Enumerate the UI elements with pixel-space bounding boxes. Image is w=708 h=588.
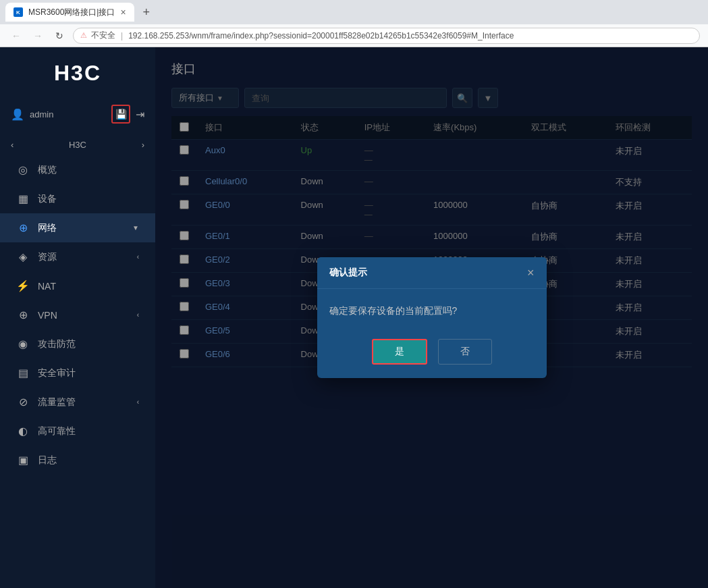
sidebar-nav: ◎ 概览 ▦ 设备 ⊕ 网络 ▼ ◈ 资源 ‹ ⚡ NAT ⊕ VPN ‹ ◉ …: [0, 155, 155, 588]
confirm-dialog: 确认提示 × 确定要保存设备的当前配置吗? 是 否: [317, 257, 547, 378]
nav-label-device: 设备: [38, 193, 139, 205]
nav-icon-network: ⊕: [16, 221, 30, 234]
tab-bar: K MSR3600网络接口|接口 × +: [0, 0, 708, 24]
nav-icon-ha: ◐: [16, 425, 30, 437]
dialog-yes-button[interactable]: 是: [372, 339, 427, 365]
logo-text: H3C: [54, 61, 101, 86]
navigation-bar: ← → ↻ ⚠ 不安全 | 192.168.255.253/wnm/frame/…: [0, 24, 708, 47]
collapse-right-button[interactable]: ›: [142, 140, 144, 150]
sidebar-logo: H3C: [0, 47, 155, 99]
sidebar-item-network[interactable]: ⊕ 网络 ▼: [0, 213, 155, 242]
save-config-button[interactable]: 💾: [111, 105, 130, 124]
nav-label-resource: 资源: [38, 251, 129, 263]
user-avatar-icon: 👤: [11, 108, 24, 121]
reload-button[interactable]: ↻: [51, 28, 67, 44]
dialog-header: 确认提示 ×: [317, 257, 547, 289]
nav-arrow-vpn: ‹: [137, 311, 139, 319]
nav-arrow-network: ▼: [132, 224, 139, 232]
nav-section-label: H3C: [69, 140, 86, 150]
security-icon: ⚠: [80, 31, 87, 40]
dialog-title: 确认提示: [329, 267, 367, 279]
dialog-body: 确定要保存设备的当前配置吗?: [317, 289, 547, 331]
nav-icon-nat: ⚡: [16, 279, 30, 292]
username-label: admin: [30, 109, 106, 119]
nav-label-ha: 高可靠性: [38, 425, 139, 437]
nav-icon-log: ▣: [16, 454, 30, 466]
forward-button[interactable]: →: [30, 28, 46, 44]
nav-icon-traffic: ⊘: [16, 396, 30, 408]
logout-button[interactable]: ⇥: [136, 108, 144, 121]
dialog-footer: 是 否: [317, 331, 547, 378]
sidebar-item-audit[interactable]: ▤ 安全审计: [0, 358, 155, 387]
back-button[interactable]: ←: [8, 28, 24, 44]
nav-icon-overview: ◎: [16, 163, 30, 176]
nav-arrow-traffic: ‹: [137, 398, 139, 406]
sidebar-item-log[interactable]: ▣ 日志: [0, 446, 155, 475]
sidebar-item-vpn[interactable]: ⊕ VPN ‹: [0, 300, 155, 329]
nav-label-traffic: 流量监管: [38, 396, 129, 408]
nav-icon-device: ▦: [16, 192, 30, 205]
tab-favicon: K: [13, 7, 23, 17]
sidebar-item-traffic[interactable]: ⊘ 流量监管 ‹: [0, 387, 155, 417]
sidebar-item-nat[interactable]: ⚡ NAT: [0, 271, 155, 300]
sidebar-user: 👤 admin 💾 ⇥: [0, 99, 155, 134]
sidebar-item-attack[interactable]: ◉ 攻击防范: [0, 329, 155, 358]
dialog-overlay: 确认提示 × 确定要保存设备的当前配置吗? 是 否: [155, 47, 708, 588]
nav-label-vpn: VPN: [38, 310, 129, 321]
collapse-left-button[interactable]: ‹: [11, 140, 13, 150]
new-tab-button[interactable]: +: [137, 3, 156, 22]
nav-section-header: ‹ H3C ›: [0, 134, 155, 155]
sidebar: H3C 👤 admin 💾 ⇥ ‹ H3C › ◎ 概览 ▦ 设备 ⊕ 网络 ▼…: [0, 47, 155, 588]
nav-label-attack: 攻击防范: [38, 338, 139, 350]
nav-label-network: 网络: [38, 222, 124, 234]
nav-icon-resource: ◈: [16, 250, 30, 263]
nav-arrow-resource: ‹: [137, 253, 139, 261]
sidebar-item-overview[interactable]: ◎ 概览: [0, 155, 155, 184]
security-label: 不安全: [91, 30, 115, 41]
browser-chrome: K MSR3600网络接口|接口 × + ← → ↻ ⚠ 不安全 | 192.1…: [0, 0, 708, 47]
nav-label-nat: NAT: [38, 281, 139, 292]
nav-icon-attack: ◉: [16, 338, 30, 350]
main-content: 接口 所有接口 ▼ 🔍 ▼ 接口 状态 IP: [155, 47, 708, 588]
nav-icon-audit: ▤: [16, 367, 30, 379]
address-bar[interactable]: ⚠ 不安全 | 192.168.255.253/wnm/frame/index.…: [73, 28, 700, 44]
nav-icon-vpn: ⊕: [16, 309, 30, 321]
app-container: H3C 👤 admin 💾 ⇥ ‹ H3C › ◎ 概览 ▦ 设备 ⊕ 网络 ▼…: [0, 47, 708, 588]
tab-title: MSR3600网络接口|接口: [28, 7, 115, 18]
address-separator: |: [121, 31, 123, 41]
tab-close-button[interactable]: ×: [120, 7, 126, 18]
dialog-close-button[interactable]: ×: [527, 267, 535, 279]
sidebar-item-device[interactable]: ▦ 设备: [0, 184, 155, 213]
nav-label-audit: 安全审计: [38, 367, 139, 379]
dialog-message: 确定要保存设备的当前配置吗?: [329, 305, 535, 317]
nav-label-log: 日志: [38, 454, 139, 466]
sidebar-item-ha[interactable]: ◐ 高可靠性: [0, 417, 155, 446]
active-tab[interactable]: K MSR3600网络接口|接口 ×: [5, 3, 134, 22]
sidebar-item-resource[interactable]: ◈ 资源 ‹: [0, 242, 155, 271]
address-url: 192.168.255.253/wnm/frame/index.php?sess…: [128, 31, 514, 41]
dialog-no-button[interactable]: 否: [438, 339, 492, 365]
nav-label-overview: 概览: [38, 164, 139, 176]
